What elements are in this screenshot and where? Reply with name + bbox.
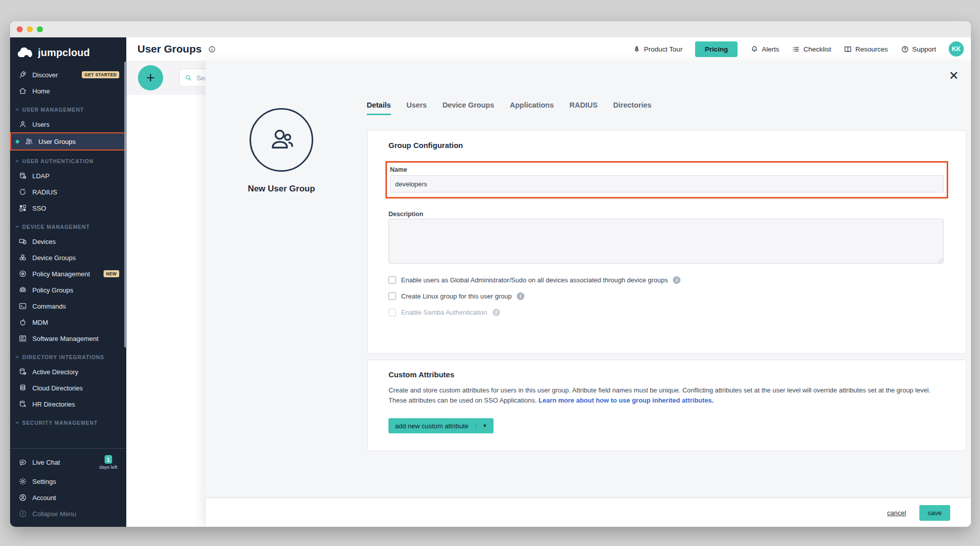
sidebar-item-cloud-directories[interactable]: Cloud Directories	[10, 380, 126, 396]
sidebar-item-active-directory[interactable]: Active Directory	[10, 364, 126, 380]
cancel-button[interactable]: cancel	[887, 509, 906, 517]
group-name-input[interactable]	[390, 175, 944, 192]
sso-grid-icon	[18, 204, 27, 213]
sidebar-item-hr-directories[interactable]: HR Directories	[10, 396, 126, 412]
panel-tabs: Details Users Device Groups Applications…	[367, 101, 652, 115]
section-title-label: USER AUTHENTICATION	[22, 158, 93, 164]
sidebar-item-label: Commands	[32, 303, 66, 310]
user-avatar[interactable]: KK	[949, 41, 964, 57]
samba-auth-option: Enable Samba Authentication i	[388, 309, 680, 316]
sidebar-item-label: User Groups	[38, 138, 76, 145]
new-user-group-panel: ✕ New User Group Details Users Device Gr…	[206, 61, 971, 527]
resources-button[interactable]: Resources	[844, 45, 888, 54]
info-icon[interactable]: i	[673, 276, 680, 284]
panel-footer: cancel save	[206, 499, 971, 527]
resize-handle[interactable]	[938, 258, 943, 263]
caret-down-icon: ▼	[476, 423, 487, 428]
pricing-button[interactable]: Pricing	[695, 41, 738, 57]
chevron-down-icon	[15, 224, 20, 229]
traffic-light-zoom-icon[interactable]	[37, 26, 43, 32]
sidebar-item-home[interactable]: Home	[10, 83, 126, 99]
sidebar-item-policy-groups[interactable]: Policy Groups	[10, 282, 126, 298]
sidebar-item-collapse-menu[interactable]: Collapse Menu	[10, 506, 126, 522]
commands-icon	[18, 302, 27, 311]
home-icon	[18, 86, 27, 95]
info-icon[interactable]: i	[493, 309, 500, 316]
sidebar-item-ldap[interactable]: LDAP	[10, 168, 126, 184]
save-button[interactable]: save	[919, 505, 950, 521]
chevron-down-icon	[15, 159, 20, 164]
sidebar-item-settings[interactable]: Settings	[10, 473, 126, 489]
traffic-light-minimize-icon[interactable]	[27, 26, 33, 32]
info-icon[interactable]: i	[517, 292, 524, 300]
sidebar-item-policy-management[interactable]: Policy Management NEW	[10, 266, 126, 282]
jumpcloud-logo[interactable]: jumpcloud	[10, 43, 126, 67]
app-window: jumpcloud Discover GET STARTED Home USER…	[10, 21, 971, 527]
sidebar-item-label: Discover	[32, 71, 58, 79]
sidebar-item-radius[interactable]: RADIUS	[10, 184, 126, 200]
sidebar-item-mdm[interactable]: MDM	[10, 314, 126, 330]
card-title: Custom Attributes	[388, 370, 454, 379]
sidebar-item-label: Live Chat	[32, 459, 60, 466]
sidebar-item-user-groups[interactable]: User Groups	[10, 132, 126, 151]
tab-device-groups[interactable]: Device Groups	[443, 101, 494, 115]
support-button[interactable]: Support	[901, 45, 936, 54]
samba-auth-checkbox[interactable]	[388, 309, 396, 316]
tab-directories[interactable]: Directories	[613, 101, 652, 115]
checklist-icon	[792, 45, 800, 54]
sidebar-item-users[interactable]: Users	[10, 116, 126, 132]
support-label: Support	[912, 45, 936, 53]
sidebar-item-sso[interactable]: SSO	[10, 200, 126, 216]
sidebar-item-label: RADIUS	[32, 188, 57, 196]
days-left-badge: 1	[105, 455, 112, 464]
section-security-management[interactable]: SECURITY MANAGEMENT	[10, 412, 126, 429]
info-icon[interactable]	[208, 45, 216, 54]
cloud-directory-icon	[18, 383, 27, 392]
checklist-label: Checklist	[803, 45, 831, 53]
add-user-group-button[interactable]: +	[138, 65, 163, 90]
sidebar-item-device-groups[interactable]: Device Groups	[10, 250, 126, 266]
add-custom-attribute-button[interactable]: add new custom attribute ▼	[388, 418, 494, 433]
custom-attributes-description: Create and store custom attributes for u…	[388, 385, 946, 406]
sidebar-item-devices[interactable]: Devices	[10, 233, 126, 250]
close-icon[interactable]: ✕	[949, 70, 959, 82]
chat-icon	[18, 458, 27, 467]
description-input[interactable]	[388, 219, 944, 264]
section-user-management[interactable]: USER MANAGEMENT	[10, 99, 126, 116]
tab-users[interactable]: Users	[407, 101, 427, 115]
sidebar-item-label: Users	[32, 121, 50, 128]
policy-management-icon	[18, 269, 27, 278]
entity-title: New User Group	[206, 184, 357, 194]
scrollbar-thumb[interactable]	[124, 62, 127, 348]
tab-radius[interactable]: RADIUS	[569, 101, 598, 115]
learn-more-link[interactable]: Learn more about how to use group inheri…	[538, 396, 714, 404]
bell-icon	[750, 45, 759, 54]
option-checkboxes: Enable users as Global Administrator/Sud…	[388, 276, 680, 316]
user-group-large-icon	[265, 124, 298, 156]
collapse-icon	[18, 509, 27, 518]
add-custom-attribute-label: add new custom attribute	[395, 422, 468, 430]
global-admin-checkbox[interactable]	[388, 276, 396, 284]
sidebar-item-label: Policy Management	[32, 270, 90, 278]
section-directory-integrations[interactable]: DIRECTORY INTEGRATIONS	[10, 346, 126, 364]
tab-applications[interactable]: Applications	[510, 101, 554, 115]
sidebar-item-live-chat[interactable]: Live Chat 1 days left	[10, 452, 126, 473]
sidebar-item-account[interactable]: Account	[10, 489, 126, 506]
checklist-button[interactable]: Checklist	[792, 45, 831, 54]
alerts-button[interactable]: Alerts	[750, 45, 779, 54]
checkbox-label: Create Linux group for this user group	[401, 292, 512, 300]
linux-group-checkbox[interactable]	[388, 292, 396, 300]
trial-countdown: 1 days left	[100, 455, 117, 470]
sidebar-item-discover[interactable]: Discover GET STARTED	[10, 67, 126, 83]
sidebar-item-commands[interactable]: Commands	[10, 298, 126, 314]
entity-summary: New User Group	[206, 108, 357, 194]
tab-details[interactable]: Details	[367, 101, 391, 115]
product-tour-rocket-icon	[632, 45, 641, 54]
checkbox-label: Enable Samba Authentication	[401, 309, 487, 316]
name-field-highlight: Name	[385, 161, 948, 198]
sidebar-item-software-management[interactable]: Software Management	[10, 330, 126, 346]
section-device-management[interactable]: DEVICE MANAGEMENT	[10, 216, 126, 233]
traffic-light-close-icon[interactable]	[17, 26, 23, 32]
product-tour-button[interactable]: Product Tour	[632, 45, 682, 54]
section-user-authentication[interactable]: USER AUTHENTICATION	[10, 151, 126, 168]
